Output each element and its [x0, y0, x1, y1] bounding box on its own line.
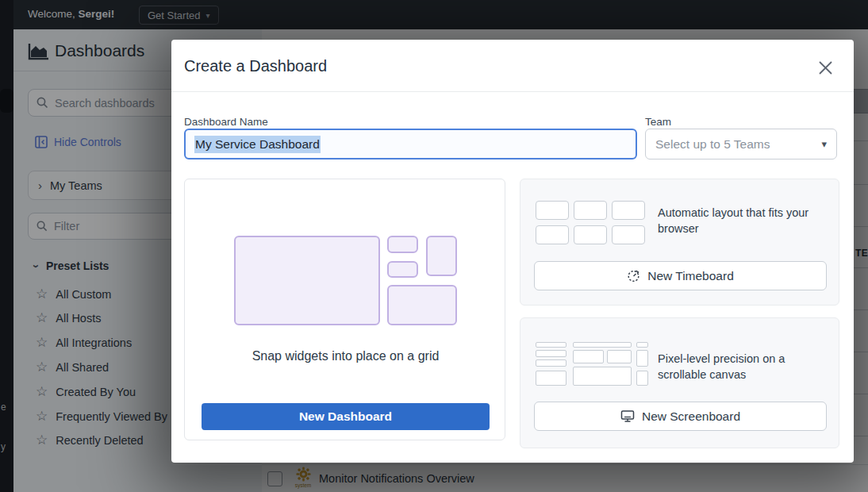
close-icon[interactable] [818, 60, 833, 75]
modal-header-divider [171, 91, 854, 92]
timeboard-card: Automatic layout that fits your browser … [520, 179, 839, 306]
new-dashboard-button[interactable]: New Dashboard [202, 403, 490, 430]
auto-layout-illustration [536, 201, 645, 244]
dashboard-name-input[interactable]: My Service Dashboard [184, 129, 637, 160]
grid-layout-illustration [234, 236, 457, 325]
create-dashboard-modal: Create a Dashboard Dashboard Name Team M… [171, 40, 854, 463]
screen: e y Welcome, Sergei! Get Started ▾ Dashb… [0, 0, 868, 492]
dashboard-name-label: Dashboard Name [184, 116, 268, 128]
new-timeboard-button[interactable]: New Timeboard [534, 261, 827, 290]
stopwatch-icon [627, 269, 640, 283]
free-layout-illustration [536, 340, 655, 386]
screenboard-card: Pixel-level precision on a scrollable ca… [520, 317, 839, 448]
new-screenboard-label: New Screenboard [642, 409, 740, 424]
new-timeboard-label: New Timeboard [647, 269, 734, 283]
screenboard-description: Pixel-level precision on a scrollable ca… [658, 352, 826, 382]
selected-text: My Service Dashboard [194, 136, 321, 153]
grid-dashboard-card: Snap widgets into place on a grid New Da… [184, 179, 505, 440]
grid-card-caption: Snap widgets into place on a grid [185, 349, 506, 363]
monitor-icon [620, 409, 635, 423]
team-select[interactable]: Select up to 5 Teams ▾ [645, 129, 837, 160]
timeboard-description: Automatic layout that fits your browser [658, 206, 826, 236]
modal-title: Create a Dashboard [184, 57, 327, 75]
team-select-placeholder: Select up to 5 Teams [655, 137, 770, 152]
new-screenboard-button[interactable]: New Screenboard [534, 402, 827, 431]
team-label: Team [645, 116, 671, 128]
chevron-down-icon: ▾ [821, 138, 827, 150]
